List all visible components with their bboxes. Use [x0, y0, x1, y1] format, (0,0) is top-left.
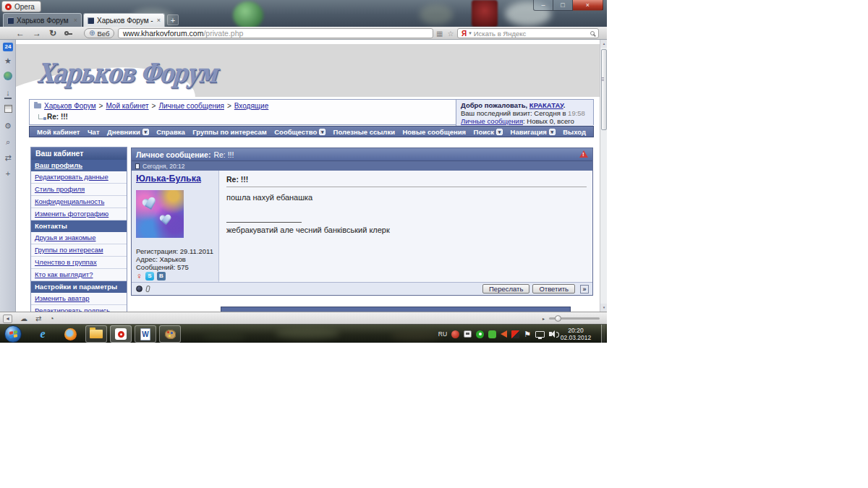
nav-item-links[interactable]: Полезные ссылки	[333, 128, 395, 136]
zoom-slider[interactable]	[549, 317, 600, 320]
yandex-search-box[interactable]: Я ▾	[457, 28, 599, 38]
sidebar-item-who-looks-like[interactable]: Кто как выглядит?	[31, 269, 127, 281]
tab-close-icon[interactable]: ×	[74, 17, 77, 24]
tab-close-icon[interactable]: ×	[157, 17, 161, 24]
taskbar-explorer-button[interactable]	[85, 325, 107, 343]
tab-private-message[interactable]: Харьков Форум - Re: !!! ×	[83, 13, 165, 27]
forward-icon[interactable]: →	[33, 29, 41, 38]
messenger-tray-icon[interactable]	[464, 330, 472, 338]
nav-item-usercp[interactable]: Мой кабинет	[37, 128, 80, 136]
quick-reply-icon[interactable]: »	[580, 285, 589, 294]
action-center-flag-icon[interactable]: ⚑	[524, 330, 531, 338]
sidebar-item-your-profile[interactable]: Ваш профиль	[31, 160, 127, 171]
taskbar-clock[interactable]: 20:20 02.03.2012	[556, 327, 595, 341]
vk-icon[interactable]: В	[157, 272, 166, 281]
new-tab-button[interactable]: +	[167, 14, 179, 25]
back-icon[interactable]: ←	[16, 29, 25, 38]
wand-password-icon[interactable]	[64, 31, 69, 35]
show-desktop-button[interactable]	[601, 325, 605, 343]
tab-title: Харьков Форум	[17, 17, 71, 25]
unite-share-icon[interactable]: ⇄	[35, 315, 41, 322]
minimize-button[interactable]: –	[533, 0, 553, 11]
network-icon[interactable]	[535, 331, 545, 338]
web-mode-button[interactable]: ⊕ Веб	[84, 28, 114, 38]
welcome-box: Добро пожаловать, КРАКАТАУ. Ваш последни…	[456, 100, 593, 126]
close-button[interactable]: ×	[573, 0, 603, 11]
links-sync-icon[interactable]: ⇄	[0, 153, 16, 163]
scrollbar-thumb[interactable]	[601, 49, 607, 130]
nav-item-navigation[interactable]: Навигация▾	[511, 128, 556, 136]
start-button[interactable]	[4, 325, 22, 343]
vertical-scrollbar[interactable]: ▴ ▾	[600, 40, 607, 312]
address-bar[interactable]: www.kharkovforum.com /private.php	[118, 28, 433, 38]
report-warning-icon[interactable]	[579, 150, 588, 158]
maximize-button[interactable]: □	[553, 0, 573, 11]
antivirus-tray-icon[interactable]	[451, 330, 459, 338]
speed-dial-icon[interactable]: 24	[3, 43, 13, 51]
author-location: Адрес: Харьков	[136, 255, 186, 263]
search-icon[interactable]	[590, 31, 595, 35]
reply-button[interactable]: Ответить	[532, 284, 575, 294]
sidebar-item-friends[interactable]: Друзья и знакомые	[31, 232, 127, 244]
nav-item-search[interactable]: Поиск▾	[474, 128, 503, 136]
search-input[interactable]	[474, 30, 588, 38]
nav-item-groups[interactable]: Группы по интересам	[192, 128, 267, 136]
green-tray-icon[interactable]	[488, 330, 496, 338]
volume-icon[interactable]	[549, 332, 552, 336]
sidebar-item-edit-details[interactable]: Редактировать данные	[31, 171, 127, 184]
scroll-down-button[interactable]: ▾	[600, 304, 607, 312]
breadcrumb-link-pm[interactable]: Личные сообщения	[158, 102, 224, 110]
taskbar-paint-button[interactable]	[159, 325, 181, 343]
orange-tray-icon[interactable]	[501, 330, 507, 338]
bookmark-star-icon[interactable]: ☆	[447, 30, 454, 38]
chevron-down-icon[interactable]: ▾	[469, 30, 472, 36]
sidebar-item-edit-avatar[interactable]: Изменить аватар	[31, 293, 127, 305]
zoom-slider-thumb[interactable]	[555, 315, 561, 322]
opera-panel-bar: 24 ★ ↓ ⚙ ⌕ ⇄ +	[0, 40, 16, 312]
skype-icon[interactable]: S	[145, 272, 154, 281]
gear-icon[interactable]: ⚙	[0, 121, 16, 131]
taskbar-ie-button[interactable]: e	[32, 325, 54, 343]
nav-item-help[interactable]: Справка	[156, 128, 185, 136]
sync-cloud-icon[interactable]: ☁	[20, 315, 27, 322]
heart-icon	[141, 197, 158, 213]
username-link[interactable]: КРАКАТАУ	[529, 101, 563, 109]
red-black-tray-icon[interactable]	[511, 330, 519, 338]
zoom-menu-icon[interactable]: ▸	[542, 316, 545, 321]
nav-item-chat[interactable]: Чат	[88, 128, 100, 136]
taskbar-firefox-button[interactable]	[59, 325, 81, 343]
tab-kharkov-forum[interactable]: Харьков Форум ×	[3, 13, 82, 27]
opera-menu-button[interactable]: Opera	[1, 1, 41, 12]
notes-icon[interactable]	[4, 105, 12, 113]
nav-item-new-posts[interactable]: Новые сообщения	[402, 128, 466, 136]
sidebar-item-group-membership[interactable]: Членство в группах	[31, 257, 127, 269]
page-view-icon[interactable]: ▦	[436, 30, 443, 38]
author-link[interactable]: Юлька-Булька	[136, 174, 201, 184]
scroll-up-button[interactable]: ▴	[600, 40, 607, 48]
downloads-icon[interactable]: ↓	[4, 87, 12, 99]
nav-item-logout[interactable]: Выход	[563, 128, 586, 136]
qip-tray-icon[interactable]	[476, 330, 484, 338]
panel-toggle-icon[interactable]: ◂	[3, 314, 12, 323]
nav-item-community[interactable]: Сообщество▾	[274, 128, 326, 136]
widgets-globe-icon[interactable]	[4, 72, 12, 80]
sidebar-item-edit-photo[interactable]: Изменить фотографию	[31, 208, 127, 221]
taskbar-opera-button[interactable]	[110, 325, 132, 343]
breadcrumb-link-inbox[interactable]: Входящие	[234, 102, 268, 110]
sidebar-item-profile-style[interactable]: Стиль профиля	[31, 184, 127, 196]
breadcrumb-link-forum[interactable]: Харьков Форум	[44, 102, 96, 110]
language-indicator[interactable]: RU	[438, 330, 447, 338]
sidebar-item-edit-signature[interactable]: Редактировать подпись	[31, 305, 127, 312]
sidebar-item-privacy[interactable]: Конфиденциальность	[31, 196, 127, 208]
sidebar-item-interest-groups[interactable]: Группы по интересам	[31, 244, 127, 257]
taskbar-word-button[interactable]: W	[135, 325, 156, 343]
add-panel-icon[interactable]: +	[0, 168, 16, 179]
bookmarks-icon[interactable]: ★	[0, 56, 16, 66]
reload-icon[interactable]: ↻	[49, 29, 56, 38]
forward-button[interactable]: Переслать	[482, 284, 529, 294]
breadcrumb-link-usercp[interactable]: Мой кабинет	[106, 102, 148, 110]
turbo-icon[interactable]: ◔	[49, 315, 54, 322]
panel-search-icon[interactable]: ⌕	[0, 137, 16, 147]
nav-item-blogs[interactable]: Дневники▾	[107, 128, 149, 136]
pm-counter-link[interactable]: Личные сообщения	[461, 117, 523, 125]
